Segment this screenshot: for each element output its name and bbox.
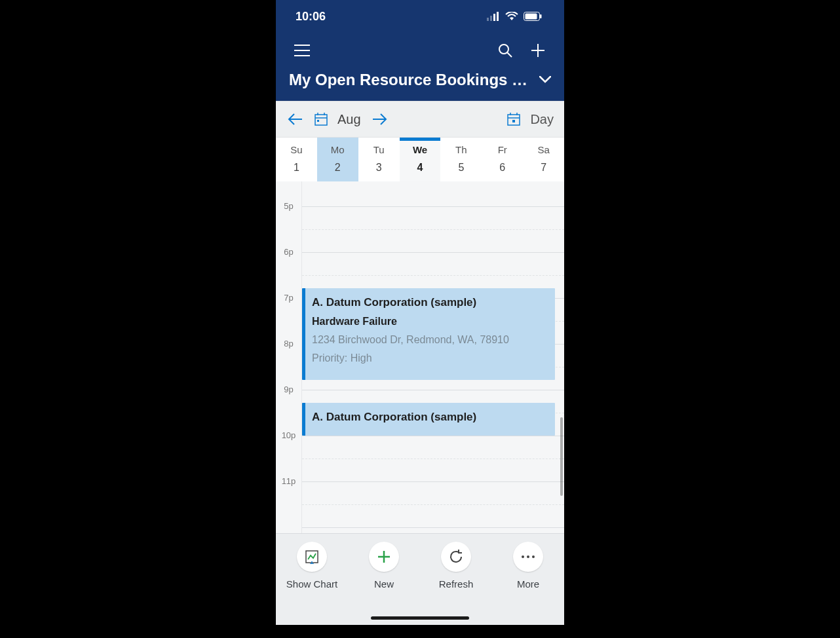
- svg-rect-3: [497, 12, 499, 21]
- hour-label: 10p: [276, 430, 301, 440]
- status-icons: [487, 12, 542, 21]
- action-label: New: [374, 578, 394, 590]
- weekday-fr[interactable]: Fr6: [482, 138, 523, 181]
- plus-icon: [377, 550, 391, 564]
- hour-label: 8p: [276, 339, 301, 348]
- svg-line-11: [507, 52, 512, 57]
- action-label: Show Chart: [286, 578, 337, 590]
- hour-label: 9p: [276, 385, 301, 394]
- app-bar: [276, 33, 564, 68]
- weekday-mo[interactable]: Mo2: [317, 138, 358, 181]
- svg-rect-6: [540, 14, 542, 18]
- home-indicator[interactable]: [371, 616, 469, 620]
- prev-button[interactable]: [286, 110, 305, 128]
- hour-gutter: 5p 6p 7p 8p 9p 10p 11p: [276, 181, 302, 533]
- status-bar: 10:06: [276, 0, 564, 33]
- chevron-down-icon: [539, 76, 551, 84]
- schedule-grid[interactable]: A. Datum Corporation (sample) Hardware F…: [302, 181, 564, 533]
- plus-icon: [530, 43, 546, 58]
- svg-point-29: [522, 555, 524, 558]
- refresh-button[interactable]: Refresh: [423, 542, 489, 590]
- phone-frame: 10:06 My Open Resource Bookings (Fiel...: [276, 0, 564, 625]
- more-button[interactable]: More: [495, 542, 561, 590]
- new-button[interactable]: New: [351, 542, 417, 590]
- signal-icon: [487, 12, 500, 21]
- booking-event[interactable]: A. Datum Corporation (sample): [302, 403, 555, 436]
- bottom-action-bar: Show Chart New Refresh More: [276, 533, 564, 625]
- battery-icon: [524, 12, 542, 21]
- view-title: My Open Resource Bookings (Fiel...: [289, 71, 533, 89]
- booking-event[interactable]: A. Datum Corporation (sample) Hardware F…: [302, 288, 555, 380]
- more-icon: [521, 555, 535, 559]
- hour-label: 6p: [276, 247, 301, 257]
- weekday-we[interactable]: We4: [400, 138, 441, 181]
- svg-rect-19: [317, 120, 319, 122]
- weekday-th[interactable]: Th5: [440, 138, 482, 181]
- event-title: A. Datum Corporation (sample): [312, 296, 546, 309]
- refresh-icon: [448, 549, 464, 565]
- view-switcher[interactable]: My Open Resource Bookings (Fiel...: [276, 68, 564, 101]
- add-button[interactable]: [526, 39, 550, 62]
- menu-button[interactable]: [290, 39, 314, 62]
- svg-rect-5: [525, 14, 537, 20]
- arrow-left-icon: [288, 113, 303, 126]
- wifi-icon: [505, 12, 518, 21]
- svg-rect-25: [512, 120, 515, 122]
- day-schedule[interactable]: 5p 6p 7p 8p 9p 10p 11p A. Datum C: [276, 181, 564, 533]
- svg-rect-15: [315, 115, 327, 125]
- weekday-sa[interactable]: Sa7: [523, 138, 564, 181]
- svg-point-30: [527, 555, 529, 558]
- view-calendar-icon[interactable]: [506, 112, 521, 126]
- scrollbar[interactable]: [560, 417, 563, 496]
- weekday-su[interactable]: Su1: [276, 138, 317, 181]
- weekday-tu[interactable]: Tu3: [358, 138, 400, 181]
- svg-rect-0: [487, 18, 489, 21]
- hour-label: 7p: [276, 293, 301, 303]
- event-priority: Priority: High: [312, 352, 546, 364]
- action-label: More: [517, 578, 539, 590]
- arrow-right-icon: [372, 113, 387, 126]
- action-label: Refresh: [439, 578, 474, 590]
- svg-point-31: [532, 555, 535, 558]
- hour-label: 11p: [276, 476, 301, 486]
- svg-rect-2: [493, 14, 495, 21]
- status-time: 10:06: [296, 10, 326, 24]
- hamburger-icon: [294, 45, 310, 56]
- show-chart-button[interactable]: Show Chart: [279, 542, 345, 590]
- svg-point-10: [499, 45, 508, 54]
- search-icon: [497, 43, 513, 58]
- event-title: A. Datum Corporation (sample): [312, 411, 546, 424]
- search-button[interactable]: [493, 39, 517, 62]
- month-label: Aug: [337, 112, 361, 127]
- calendar-icon[interactable]: [314, 112, 328, 126]
- date-nav: Aug Day: [276, 101, 564, 138]
- event-address: 1234 Birchwood Dr, Redmond, WA, 78910: [312, 334, 546, 346]
- chart-icon: [305, 550, 319, 564]
- view-mode-label[interactable]: Day: [530, 112, 554, 127]
- next-button[interactable]: [370, 110, 389, 128]
- hour-label: 5p: [276, 201, 301, 211]
- event-subtitle: Hardware Failure: [312, 316, 546, 328]
- week-header: Su1 Mo2 Tu3 We4 Th5 Fr6 Sa7: [276, 138, 564, 181]
- svg-rect-1: [490, 16, 492, 21]
